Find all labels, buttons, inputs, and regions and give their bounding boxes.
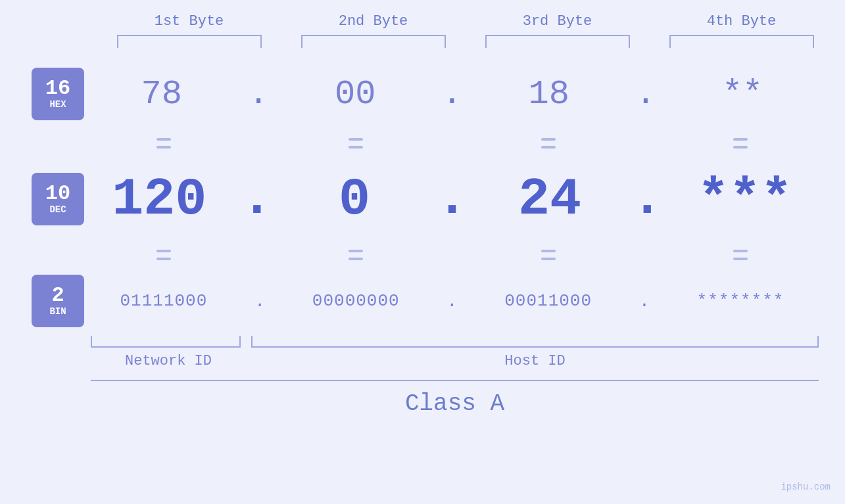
dec-byte-1: 120 bbox=[93, 170, 225, 229]
watermark: ipshu.com bbox=[781, 482, 831, 492]
class-label: Class A bbox=[405, 390, 504, 417]
main-container: 1st Byte 2nd Byte 3rd Byte 4th Byte 16 H… bbox=[0, 0, 845, 504]
bracket-4 bbox=[669, 35, 814, 48]
dot-bin-3: . bbox=[639, 291, 650, 311]
eq2-2 bbox=[290, 250, 422, 260]
dot-dec-2: . bbox=[436, 173, 468, 225]
bin-byte-4: ******** bbox=[675, 291, 806, 311]
eq2-1 bbox=[98, 250, 229, 260]
bracket-1 bbox=[117, 35, 262, 48]
dot-dec-1: . bbox=[241, 173, 273, 225]
equals-row-1 bbox=[85, 127, 845, 160]
bin-byte-3: 00011000 bbox=[483, 291, 614, 311]
bin-row: 01111000 . 00000000 . 00011000 . *******… bbox=[85, 271, 845, 331]
base-badges-column: 16 HEX 10 DEC 2 BIN bbox=[0, 61, 85, 331]
eq-4 bbox=[675, 138, 806, 149]
byte-label-1: 1st Byte bbox=[117, 13, 262, 30]
eq-3 bbox=[483, 138, 614, 149]
hex-byte-1: 78 bbox=[96, 75, 228, 114]
header-row: 1st Byte 2nd Byte 3rd Byte 4th Byte bbox=[97, 13, 834, 30]
bracket-3 bbox=[485, 35, 630, 48]
byte-label-3: 3rd Byte bbox=[485, 13, 630, 30]
bottom-labels-row: Network ID Host ID bbox=[85, 353, 819, 369]
eq2-4 bbox=[675, 250, 806, 260]
dec-row: 120 . 0 . 24 . *** bbox=[85, 160, 845, 239]
hex-byte-4: ** bbox=[677, 75, 808, 114]
eq2-3 bbox=[483, 250, 614, 260]
values-grid: 78 . 00 . 18 . ** bbox=[85, 61, 845, 417]
network-bracket bbox=[91, 336, 241, 348]
hex-byte-2: 00 bbox=[289, 75, 421, 114]
dot-hex-3: . bbox=[635, 75, 656, 114]
dec-byte-3: 24 bbox=[484, 170, 616, 229]
class-area: Class A bbox=[91, 380, 845, 417]
hex-byte-3: 18 bbox=[483, 75, 615, 114]
dec-badge: 10 DEC bbox=[32, 173, 84, 225]
bracket-row bbox=[97, 35, 834, 48]
eq-1 bbox=[98, 138, 229, 149]
equals-row-2 bbox=[85, 239, 845, 271]
host-id-label: Host ID bbox=[251, 353, 819, 369]
byte-label-2: 2nd Byte bbox=[301, 13, 446, 30]
bin-byte-1: 01111000 bbox=[98, 291, 229, 311]
dot-hex-2: . bbox=[442, 75, 462, 114]
dot-bin-2: . bbox=[447, 291, 458, 311]
content-area: 16 HEX 10 DEC 2 BIN bbox=[0, 61, 845, 417]
byte-label-4: 4th Byte bbox=[669, 13, 814, 30]
host-bracket bbox=[251, 336, 819, 348]
class-row: Class A bbox=[91, 380, 819, 417]
bin-badge: 2 BIN bbox=[32, 275, 84, 327]
bottom-brackets bbox=[85, 336, 819, 348]
dec-byte-4: *** bbox=[679, 170, 811, 229]
network-id-label: Network ID bbox=[85, 353, 251, 369]
bracket-2 bbox=[301, 35, 446, 48]
eq-2 bbox=[290, 138, 422, 149]
hex-badge: 16 HEX bbox=[32, 68, 84, 120]
dot-hex-1: . bbox=[248, 75, 268, 114]
hex-row: 78 . 00 . 18 . ** bbox=[85, 61, 845, 127]
bottom-brackets-area: Network ID Host ID bbox=[85, 336, 845, 369]
bin-byte-2: 00000000 bbox=[290, 291, 422, 311]
dot-dec-3: . bbox=[631, 173, 663, 225]
dot-bin-1: . bbox=[254, 291, 266, 311]
dec-byte-2: 0 bbox=[289, 170, 420, 229]
